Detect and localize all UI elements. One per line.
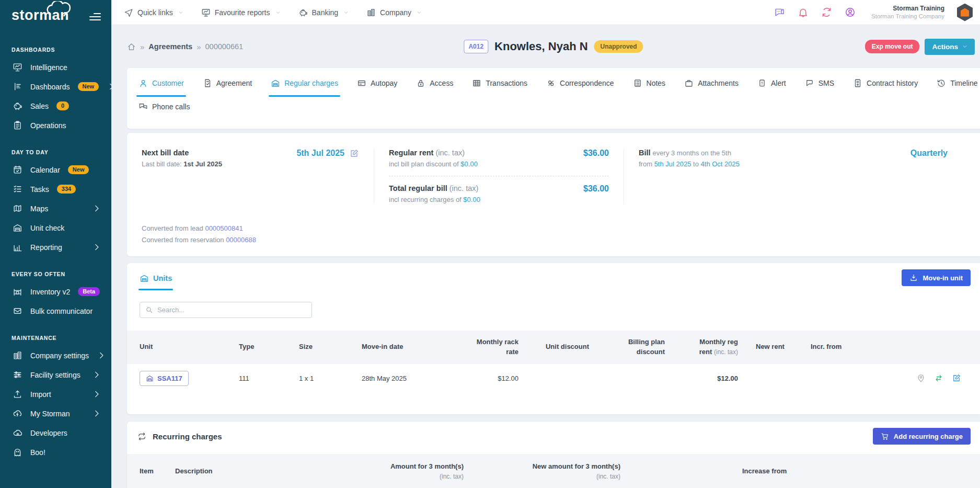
sidebar-item-dashboards[interactable]: Dashboards New — [0, 77, 111, 96]
sidebar-item-operations[interactable]: Operations — [0, 116, 111, 135]
sidebar-collapse-hamburger-icon[interactable] — [89, 13, 101, 20]
col-unit-discount: Unit discount — [518, 342, 589, 352]
tab-label: Agreement — [216, 79, 252, 87]
move-in-unit-button[interactable]: Move-in unit — [902, 269, 971, 286]
tab-transactions[interactable]: Transactions — [472, 78, 527, 88]
main-area: Quick links Favourite reports Banking Co… — [111, 0, 980, 488]
charges-value[interactable]: $0.00 — [463, 196, 480, 203]
breadcrumb-agreement-number[interactable]: 000000661 — [205, 42, 244, 51]
sidebar-item-tasks[interactable]: Tasks 334 — [0, 179, 111, 199]
col-billing-plan-discount: Billing plandiscount — [589, 337, 665, 357]
sidebar-item-my-storman[interactable]: My Storman — [0, 404, 111, 423]
sidebar-item-bulk-communicator[interactable]: Bulk communicator — [0, 301, 111, 321]
exp-move-out-badge[interactable]: Exp move out — [865, 40, 920, 53]
user-block[interactable]: Storman Training Storman Training Compan… — [871, 5, 944, 20]
tab-attachments[interactable]: Attachments — [684, 78, 739, 88]
billing-summary-card: Next bill date Last bill date: 1st Jul 2… — [127, 133, 980, 256]
add-recurring-label: Add recurring charge — [894, 433, 963, 440]
tab-autopay[interactable]: Autopay — [357, 78, 397, 88]
sidebar-item-label: Maps — [30, 205, 48, 213]
tab-access[interactable]: Access — [416, 78, 453, 88]
tab-units[interactable]: Units — [140, 274, 172, 283]
col-unit: Unit — [140, 342, 239, 352]
ghost-icon — [13, 447, 22, 457]
reservation-link[interactable]: 00000688 — [226, 236, 256, 244]
briefcase-icon — [684, 78, 694, 88]
tab-sms[interactable]: SMS — [805, 78, 834, 88]
tab-regular-charges[interactable]: Regular charges — [271, 78, 338, 88]
feedback-icon[interactable] — [774, 7, 785, 18]
tab-contract-history[interactable]: Contract history — [853, 78, 918, 88]
lead-link[interactable]: 0000500841 — [205, 224, 243, 232]
sidebar-item-unit-check[interactable]: Unit check — [0, 218, 111, 237]
nav-quick-links[interactable]: Quick links — [124, 8, 183, 17]
unit-table-row: SSA117 111 1 x 1 28th May 2025 $12.00 $1… — [127, 364, 980, 393]
unit-location-pin-icon[interactable] — [916, 373, 926, 383]
last-bill-value: 1st Jul 2025 — [183, 160, 222, 168]
cell-type: 111 — [239, 374, 299, 382]
envelope-icon — [13, 306, 22, 316]
sidebar-item-maps[interactable]: Maps — [0, 199, 111, 218]
tab-timeline[interactable]: Timeline New — [937, 78, 980, 88]
storman-logo[interactable]: storman — [11, 7, 69, 24]
sidebar-item-boo[interactable]: Boo! — [0, 442, 111, 462]
nav-company[interactable]: Company — [366, 8, 422, 17]
breadcrumb-separator: » — [140, 42, 144, 51]
units-search — [140, 302, 312, 318]
actions-button[interactable]: Actions — [925, 39, 975, 55]
search-icon — [145, 306, 153, 314]
edit-bill-date-icon[interactable] — [349, 149, 359, 158]
tab-label: Transactions — [486, 79, 527, 87]
nav-label: Favourite reports — [215, 8, 270, 17]
agreement-title-group: A012 Knowles, Nyah N Unapproved — [464, 40, 643, 53]
unit-code-badge[interactable]: A012 — [464, 40, 488, 53]
col-size: Size — [299, 342, 362, 352]
tab-correspondence[interactable]: Correspondence — [546, 78, 614, 88]
sidebar-item-label: Sales — [30, 102, 49, 110]
home-icon[interactable] — [127, 42, 136, 51]
total-bill-title: Total regular bill — [389, 184, 447, 192]
unit-link-chip[interactable]: SSA117 — [140, 371, 189, 386]
sidebar-item-facility-settings[interactable]: Facility settings — [0, 365, 111, 384]
tab-customer[interactable]: Customer — [139, 78, 184, 88]
tab-label: Regular charges — [284, 79, 338, 87]
chevron-right-icon — [97, 350, 107, 360]
discount-value[interactable]: $0.00 — [460, 160, 478, 168]
company-logo-badge[interactable] — [957, 4, 973, 21]
nav-banking[interactable]: Banking — [298, 8, 349, 17]
nav-label: Banking — [312, 8, 339, 17]
move-in-icon — [909, 274, 918, 282]
sync-refresh-icon[interactable] — [821, 7, 832, 18]
sidebar-item-label: Inventory v2 — [30, 288, 70, 296]
user-company: Storman Training Company — [871, 13, 944, 20]
sidebar-item-inventory-v2[interactable]: Inventory v2 Beta — [0, 282, 111, 301]
bar-chart-icon — [13, 242, 22, 252]
nav-favourite-reports[interactable]: Favourite reports — [201, 8, 281, 17]
tab-phone-calls[interactable]: Phone calls — [139, 102, 190, 111]
sidebar-item-import[interactable]: Import — [0, 384, 111, 404]
status-badge: Unapproved — [594, 40, 643, 53]
sidebar-item-developers[interactable]: Developers — [0, 423, 111, 442]
to-date[interactable]: 4th Oct 2025 — [701, 160, 740, 168]
from-date[interactable]: 5th Jul 2025 — [654, 160, 691, 168]
account-avatar-icon[interactable] — [845, 7, 856, 18]
col-increase-from: Increase from — [620, 466, 787, 476]
transfer-unit-icon[interactable] — [934, 373, 943, 383]
units-search-input[interactable] — [157, 306, 306, 314]
beta-badge: Beta — [78, 287, 100, 296]
sidebar-item-calendar[interactable]: Calendar New — [0, 160, 111, 179]
sidebar-item-intelligence[interactable]: Intelligence — [0, 58, 111, 77]
notifications-bell-icon[interactable] — [798, 7, 809, 18]
tab-alert[interactable]: Alert — [757, 78, 786, 88]
breadcrumb-agreements[interactable]: Agreements — [148, 42, 192, 51]
cell-size: 1 x 1 — [299, 374, 362, 382]
add-recurring-charge-button[interactable]: Add recurring charge — [873, 428, 971, 445]
edit-unit-icon[interactable] — [952, 373, 961, 383]
sidebar-item-reporting[interactable]: Reporting — [0, 237, 111, 257]
map-icon — [13, 203, 22, 213]
sidebar-item-company-settings[interactable]: Company settings — [0, 346, 111, 365]
tab-notes[interactable]: Notes — [633, 78, 666, 88]
sidebar-item-sales[interactable]: Sales 0 — [0, 96, 111, 116]
tab-agreement[interactable]: Agreement — [203, 78, 252, 88]
inventory-icon — [13, 287, 22, 297]
